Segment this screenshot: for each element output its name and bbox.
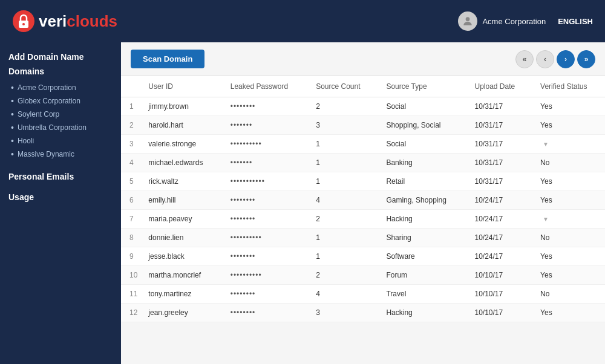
- cell-source-type: Hacking: [378, 304, 466, 322]
- body: Add Domain Name Domains Acme Corporation…: [0, 42, 605, 364]
- logo: vericlouds: [12, 10, 117, 33]
- col-num: [121, 76, 140, 97]
- next-page-button[interactable]: ›: [557, 50, 575, 68]
- sidebar-domain-item[interactable]: Hooli: [8, 134, 113, 148]
- first-page-button[interactable]: «: [515, 50, 534, 68]
- cell-verified: No: [532, 229, 605, 247]
- cell-num: 4: [121, 154, 140, 172]
- svg-point-3: [466, 17, 470, 21]
- cell-userid: jean.greeley: [140, 304, 221, 322]
- sidebar-domain-item[interactable]: Umbrella Corporation: [8, 121, 113, 134]
- sidebar-domain-item[interactable]: Globex Corporation: [8, 94, 113, 108]
- usage-nav[interactable]: Usage: [8, 192, 113, 202]
- cell-verified: Yes: [532, 304, 605, 322]
- cell-num: 8: [121, 229, 140, 247]
- cell-source-type: Shopping, Social: [378, 116, 466, 135]
- sidebar-domain-item[interactable]: Acme Corporation: [8, 81, 113, 94]
- cell-password: ••••••••: [222, 210, 307, 229]
- cell-source-count: 3: [307, 304, 378, 322]
- cell-verified: ▼: [532, 135, 605, 154]
- cell-userid: valerie.stronge: [140, 135, 221, 154]
- cell-upload-date: 10/24/17: [466, 247, 532, 266]
- cell-password: •••••••••••: [222, 172, 307, 191]
- dropdown-icon[interactable]: ▼: [543, 141, 549, 148]
- logo-veri: veri: [39, 12, 67, 30]
- cell-upload-date: 10/10/17: [466, 266, 532, 285]
- table-row[interactable]: 5 rick.waltz ••••••••••• 1 Retail 10/31/…: [121, 172, 605, 191]
- col-upload-date: Upload Date: [466, 76, 532, 97]
- table-row[interactable]: 11 tony.martinez •••••••• 4 Travel 10/10…: [121, 285, 605, 304]
- col-password: Leaked Password: [222, 76, 307, 97]
- cell-password: ••••••••: [222, 191, 307, 210]
- cell-password: •••••••: [222, 154, 307, 172]
- sidebar-domain-item[interactable]: Soylent Corp: [8, 108, 113, 121]
- table-row[interactable]: 7 maria.peavey •••••••• 2 Hacking 10/24/…: [121, 210, 605, 229]
- cell-userid: emily.hill: [140, 191, 221, 210]
- cell-num: 5: [121, 172, 140, 191]
- sidebar: Add Domain Name Domains Acme Corporation…: [0, 42, 121, 364]
- cell-verified: ▼: [532, 210, 605, 229]
- cell-verified: Yes: [532, 172, 605, 191]
- cell-source-count: 3: [307, 116, 378, 135]
- scan-domain-button[interactable]: Scan Domain: [131, 50, 204, 68]
- domain-list: Acme CorporationGlobex CorporationSoylen…: [8, 81, 113, 161]
- cell-source-count: 4: [307, 285, 378, 304]
- cell-password: ••••••••: [222, 97, 307, 116]
- last-page-button[interactable]: »: [577, 50, 595, 68]
- pagination: « ‹ › »: [515, 50, 595, 68]
- table-row[interactable]: 6 emily.hill •••••••• 4 Gaming, Shopping…: [121, 191, 605, 210]
- cell-password: ••••••••••: [222, 266, 307, 285]
- user-info: Acme Corporation: [458, 11, 546, 31]
- personal-emails-nav[interactable]: Personal Emails: [8, 172, 113, 181]
- cell-num: 6: [121, 191, 140, 210]
- table-row[interactable]: 2 harold.hart ••••••• 3 Shopping, Social…: [121, 116, 605, 135]
- cell-source-count: 4: [307, 191, 378, 210]
- cell-source-type: Software: [378, 247, 466, 266]
- table-row[interactable]: 8 donnie.lien •••••••••• 1 Sharing 10/24…: [121, 229, 605, 247]
- cell-source-type: Hacking: [378, 210, 466, 229]
- cell-source-count: 1: [307, 229, 378, 247]
- dropdown-icon[interactable]: ▼: [543, 216, 549, 223]
- cell-userid: martha.moncrief: [140, 266, 221, 285]
- table-row[interactable]: 12 jean.greeley •••••••• 3 Hacking 10/10…: [121, 304, 605, 322]
- main-toolbar: Scan Domain « ‹ › »: [121, 42, 605, 76]
- cell-upload-date: 10/10/17: [466, 304, 532, 322]
- table-row[interactable]: 1 jimmy.brown •••••••• 2 Social 10/31/17…: [121, 97, 605, 116]
- table-row[interactable]: 9 jesse.black •••••••• 1 Software 10/24/…: [121, 247, 605, 266]
- cell-upload-date: 10/24/17: [466, 210, 532, 229]
- cell-num: 11: [121, 285, 140, 304]
- cell-password: ••••••••: [222, 247, 307, 266]
- add-domain-title[interactable]: Add Domain Name: [8, 52, 113, 62]
- table-body: 1 jimmy.brown •••••••• 2 Social 10/31/17…: [121, 97, 605, 322]
- user-icon: [462, 15, 474, 27]
- cell-source-count: 2: [307, 266, 378, 285]
- col-verified: Verified Status: [532, 76, 605, 97]
- cell-num: 12: [121, 304, 140, 322]
- table-row[interactable]: 10 martha.moncrief •••••••••• 2 Forum 10…: [121, 266, 605, 285]
- cell-userid: jimmy.brown: [140, 97, 221, 116]
- cell-userid: donnie.lien: [140, 229, 221, 247]
- cell-upload-date: 10/31/17: [466, 172, 532, 191]
- table-row[interactable]: 4 michael.edwards ••••••• 1 Banking 10/3…: [121, 154, 605, 172]
- cell-source-count: 1: [307, 154, 378, 172]
- cell-verified: Yes: [532, 97, 605, 116]
- col-source-type: Source Type: [378, 76, 466, 97]
- header-right: Acme Corporation ENGLISH: [458, 11, 593, 31]
- cell-password: ••••••••••: [222, 135, 307, 154]
- cell-upload-date: 10/31/17: [466, 116, 532, 135]
- cell-num: 7: [121, 210, 140, 229]
- table-row[interactable]: 3 valerie.stronge •••••••••• 1 Social 10…: [121, 135, 605, 154]
- cell-source-count: 2: [307, 97, 378, 116]
- cell-upload-date: 10/24/17: [466, 191, 532, 210]
- header: vericlouds Acme Corporation ENGLISH: [0, 0, 605, 42]
- cell-source-type: Banking: [378, 154, 466, 172]
- prev-page-button[interactable]: ‹: [536, 50, 554, 68]
- cell-source-type: Retail: [378, 172, 466, 191]
- cell-verified: Yes: [532, 247, 605, 266]
- cell-upload-date: 10/24/17: [466, 229, 532, 247]
- sidebar-domain-item[interactable]: Massive Dynamic: [8, 148, 113, 161]
- cell-verified: No: [532, 154, 605, 172]
- cell-upload-date: 10/31/17: [466, 135, 532, 154]
- cell-upload-date: 10/10/17: [466, 285, 532, 304]
- main-panel: Scan Domain « ‹ › » User ID Leaked Passw…: [121, 42, 605, 364]
